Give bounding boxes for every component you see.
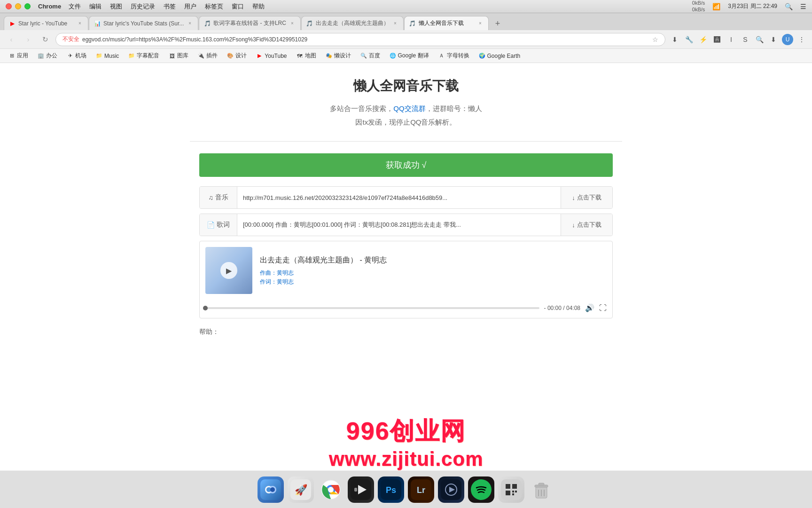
- bookmark-maps[interactable]: 🗺 地图: [293, 50, 320, 61]
- security-indicator: 不安全: [62, 35, 79, 43]
- extension-5-icon[interactable]: I: [726, 34, 737, 45]
- tab-5[interactable]: 🎵 懒人全网音乐下载 ×: [404, 16, 489, 30]
- menu-history[interactable]: 历史记录: [131, 2, 155, 11]
- tab-3-close[interactable]: ×: [289, 20, 296, 27]
- dock-davinci-resolve[interactable]: [438, 476, 464, 503]
- address-input[interactable]: 不安全 eggvod.cn/music/?url=https%3A%2F%2Fm…: [55, 33, 665, 46]
- bookmark-translate[interactable]: 🌐 Google 翻译: [386, 50, 433, 61]
- dock-chrome[interactable]: [318, 476, 344, 503]
- tab-2-title: Star lyric's YouTube Stats (Sur...: [103, 20, 184, 27]
- music-player: ▶ 出去走走（高雄观光主题曲） - 黄明志 作曲：黄明志 作词：黄明志 - 00…: [199, 241, 613, 318]
- qq-group-link[interactable]: QQ交流群: [393, 104, 425, 112]
- dock-fcpx[interactable]: [348, 476, 374, 503]
- volume-icon[interactable]: 🔊: [585, 303, 594, 312]
- new-tab-button[interactable]: +: [491, 17, 504, 30]
- search-icon[interactable]: 🔍: [785, 3, 793, 10]
- dock-spotify[interactable]: [468, 476, 494, 503]
- dock-trash[interactable]: [528, 476, 554, 503]
- gallery-icon: 🖼: [169, 53, 175, 59]
- title-bar-left: Chrome 文件 编辑 视图 历史记录 书签 用户 标签页 窗口 帮助: [6, 2, 265, 11]
- control-center-icon[interactable]: ☰: [800, 3, 806, 10]
- tab-4-close[interactable]: ×: [392, 20, 398, 27]
- svg-rect-24: [506, 491, 510, 495]
- menu-file[interactable]: 文件: [69, 2, 81, 11]
- player-lyricist: 作词：黄明志: [260, 278, 607, 286]
- extension-3-icon[interactable]: ⚡: [697, 34, 709, 45]
- lyric-download-button[interactable]: ↓ 点击下载: [561, 214, 612, 236]
- menu-view[interactable]: 视图: [110, 2, 122, 11]
- bookmark-font-convert[interactable]: Ａ 字母转换: [435, 50, 473, 61]
- bookmark-gallery[interactable]: 🖼 图库: [165, 50, 192, 61]
- music-result-row: ♫ 音乐 http://m701.music.126.net/202003232…: [199, 186, 613, 209]
- music-folder-icon: 📁: [96, 53, 102, 59]
- bookmark-earth[interactable]: 🌍 Google Earth: [475, 51, 524, 61]
- reload-button[interactable]: ↻: [39, 33, 52, 46]
- expand-icon[interactable]: ⛶: [599, 304, 607, 312]
- extension-download-icon[interactable]: ⬇: [669, 34, 680, 45]
- menu-bar: 文件 编辑 视图 历史记录 书签 用户 标签页 窗口 帮助: [69, 2, 265, 11]
- tab-1[interactable]: ▶ Star lyric - YouTube ×: [4, 16, 88, 30]
- bookmark-baidu[interactable]: 🔍 百度: [357, 50, 384, 61]
- dock-launchpad[interactable]: 🚀: [288, 476, 314, 503]
- bookmark-music[interactable]: 📁 Music: [92, 51, 123, 61]
- tab-5-close[interactable]: ×: [477, 20, 484, 27]
- tab-5-favicon: 🎵: [409, 20, 416, 27]
- tab-2[interactable]: 📊 Star lyric's YouTube Stats (Sur... ×: [89, 16, 198, 30]
- dock-photoshop[interactable]: Ps: [378, 476, 404, 503]
- profile-avatar[interactable]: U: [782, 34, 793, 45]
- progress-dot[interactable]: [203, 306, 208, 310]
- menu-window[interactable]: 窗口: [232, 2, 244, 11]
- page-content: 懒人全网音乐下载 多站合一音乐搜索，QQ交流群，进群暗号：懒人 因tx发函，现停…: [0, 63, 812, 470]
- bookmark-airport[interactable]: ✈ 机场: [63, 50, 90, 61]
- bookmark-youtube[interactable]: ▶ YouTube: [252, 51, 290, 61]
- bookmark-star-icon[interactable]: ☆: [652, 36, 658, 43]
- help-section: 帮助：: [199, 328, 613, 346]
- extension-8-icon[interactable]: ⬇: [768, 34, 779, 45]
- menu-edit[interactable]: 编辑: [89, 2, 102, 11]
- dock-qreate[interactable]: [498, 476, 524, 503]
- tab-5-title: 懒人全网音乐下载: [419, 19, 474, 27]
- play-button[interactable]: ▶: [220, 262, 237, 279]
- menu-help[interactable]: 帮助: [252, 2, 265, 11]
- extension-4-icon[interactable]: 🅰: [711, 34, 723, 45]
- design-icon: 🎨: [227, 53, 234, 59]
- tab-2-close[interactable]: ×: [187, 20, 193, 27]
- menu-bookmarks[interactable]: 书签: [164, 2, 176, 11]
- success-label: 获取成功 √: [386, 159, 427, 171]
- back-button[interactable]: ‹: [5, 33, 18, 46]
- player-song-title: 出去走走（高雄观光主题曲） - 黄明志: [260, 255, 607, 265]
- more-menu-button[interactable]: ⋮: [796, 34, 807, 45]
- traffic-lights[interactable]: [6, 3, 31, 9]
- tab-1-close[interactable]: ×: [77, 20, 83, 27]
- tab-3[interactable]: 🎵 歌词字幕在线转器 - 支持LRC ×: [199, 16, 301, 30]
- tab-2-favicon: 📊: [94, 20, 101, 27]
- close-button[interactable]: [6, 3, 12, 9]
- bookmark-office[interactable]: 🏢 办公: [34, 50, 61, 61]
- bookmark-design[interactable]: 🎨 设计: [223, 50, 250, 61]
- bookmarks-bar: ⊞ 应用 🏢 办公 ✈ 机场 📁 Music 📁 字幕配音 🖼 图库 🔌 插件 …: [0, 49, 812, 63]
- svg-rect-12: [354, 488, 357, 492]
- bookmark-subtitle[interactable]: 📁 字幕配音: [125, 50, 163, 61]
- extension-6-icon[interactable]: S: [740, 34, 751, 45]
- bookmark-canva[interactable]: 🎭 懒设计: [322, 50, 355, 61]
- toolbar-icons: ⬇ 🔧 ⚡ 🅰 I S 🔍 ⬇ U ⋮: [669, 34, 807, 45]
- minimize-button[interactable]: [15, 3, 21, 9]
- tab-4[interactable]: 🎵 出去走走（高雄观光主题曲） ×: [301, 16, 404, 30]
- content-divider: [190, 141, 622, 142]
- menu-tabs[interactable]: 标签页: [205, 2, 223, 11]
- extension-2-icon[interactable]: 🔧: [683, 34, 695, 45]
- music-note-icon: ♫: [208, 194, 213, 201]
- fullscreen-button[interactable]: [24, 3, 31, 9]
- progress-bar[interactable]: [205, 307, 539, 309]
- dock-finder[interactable]: [258, 476, 284, 503]
- bookmark-plugins[interactable]: 🔌 插件: [194, 50, 221, 61]
- music-download-button[interactable]: ↓ 点击下载: [561, 187, 612, 208]
- dock-lightroom[interactable]: Lr: [408, 476, 434, 503]
- success-bar: 获取成功 √: [199, 153, 613, 177]
- extension-7-icon[interactable]: 🔍: [754, 34, 765, 45]
- forward-button[interactable]: ›: [22, 33, 35, 46]
- bookmark-apps[interactable]: ⊞ 应用: [5, 50, 32, 61]
- player-time: - 00:00 / 04:08: [544, 305, 580, 311]
- menu-user[interactable]: 用户: [184, 2, 196, 11]
- player-composer: 作曲：黄明志: [260, 269, 607, 277]
